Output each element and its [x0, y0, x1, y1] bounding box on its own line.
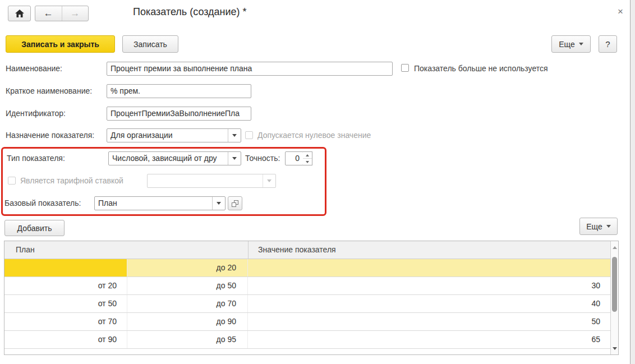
cell-plan-to[interactable]: до 95 — [127, 331, 248, 348]
open-icon — [232, 200, 238, 207]
table-row[interactable]: от 90 до 95 65 — [4, 331, 610, 349]
close-icon: × — [618, 6, 623, 17]
more-button-label: Еще — [559, 40, 575, 49]
window-right-edge — [630, 0, 635, 364]
purpose-select[interactable]: Для организации — [107, 128, 241, 142]
save-button[interactable]: Записать — [122, 35, 178, 53]
home-icon — [15, 10, 24, 17]
purpose-label: Назначение показателя: — [6, 131, 94, 140]
short-name-label: Краткое наименование: — [6, 86, 92, 95]
zero-allowed-checkbox — [245, 131, 253, 139]
tariff-dropdown-icon — [263, 174, 275, 187]
history-nav: ← → — [35, 6, 89, 21]
base-indicator-select[interactable]: План — [94, 196, 226, 210]
help-button[interactable]: ? — [599, 35, 617, 53]
cell-plan-to[interactable]: до 90 — [127, 313, 248, 330]
column-header-plan[interactable]: План — [16, 241, 35, 259]
base-dropdown-icon[interactable] — [212, 197, 225, 210]
cell-plan-to[interactable]: до 70 — [127, 295, 248, 312]
cell-plan-from[interactable]: от 70 — [4, 313, 127, 330]
more-button-table[interactable]: Еще — [579, 218, 618, 235]
type-label: Тип показателя: — [7, 154, 65, 163]
base-indicator-label: Базовый показатель: — [4, 199, 81, 208]
scroll-up-icon[interactable] — [611, 243, 618, 251]
cell-value[interactable] — [248, 259, 610, 277]
stepper-down-icon[interactable] — [303, 158, 312, 165]
type-select[interactable]: Числовой, зависящий от дру — [108, 151, 241, 165]
cell-plan-from[interactable]: от 90 — [4, 331, 127, 348]
precision-label: Точность: — [245, 154, 280, 163]
save-and-close-button[interactable]: Записать и закрыть — [6, 35, 115, 53]
type-value: Числовой, зависящий от дру — [109, 152, 228, 165]
identifier-input[interactable]: ПроцентПремииЗаВыполнениеПла — [107, 107, 251, 121]
scrollbar-thumb[interactable] — [612, 257, 617, 312]
table-row[interactable]: от 70 до 90 50 — [4, 313, 610, 331]
purpose-value: Для организации — [107, 129, 228, 142]
close-button[interactable]: × — [614, 5, 627, 19]
column-divider — [248, 241, 249, 259]
page-title: Показатель (создание) * — [133, 6, 247, 18]
name-input[interactable]: Процент премии за выполнение плана — [107, 62, 393, 76]
home-button[interactable] — [8, 6, 31, 21]
precision-input[interactable]: 0 — [285, 151, 303, 165]
not-used-checkbox[interactable] — [401, 64, 409, 72]
not-used-label[interactable]: Показатель больше не используется — [414, 64, 548, 73]
forward-icon: → — [70, 8, 80, 19]
name-label: Наименование: — [6, 64, 62, 73]
base-indicator-value: План — [95, 197, 212, 210]
precision-stepper — [303, 151, 312, 165]
cell-plan-to[interactable]: до 20 — [127, 259, 248, 277]
base-open-button[interactable] — [228, 196, 242, 210]
forward-button[interactable]: → — [62, 6, 89, 21]
type-dropdown-icon[interactable] — [228, 152, 241, 165]
cell-plan-from[interactable] — [4, 259, 127, 277]
table-header: План Значение показателя — [4, 241, 610, 259]
chevron-down-icon — [579, 43, 583, 45]
table-row[interactable]: от 20 до 50 30 — [4, 277, 610, 295]
stepper-up-icon[interactable] — [303, 152, 312, 158]
cell-plan-from[interactable]: от 50 — [4, 295, 127, 312]
cell-plan-to[interactable]: до 50 — [127, 277, 248, 294]
chevron-down-icon — [606, 225, 611, 228]
tariff-checkbox — [8, 177, 16, 185]
table-row[interactable]: до 20 — [4, 259, 610, 277]
short-name-input[interactable]: % прем. — [107, 84, 251, 98]
cell-value[interactable]: 65 — [248, 331, 610, 348]
plan-value-table: План Значение показателя до 20 от 20 до … — [4, 241, 619, 355]
purpose-dropdown-icon[interactable] — [228, 129, 241, 142]
table-row[interactable]: от 50 до 70 40 — [4, 295, 610, 313]
back-button[interactable]: ← — [35, 6, 62, 21]
more-table-label: Еще — [586, 222, 602, 231]
cell-value[interactable]: 30 — [248, 277, 610, 294]
scroll-down-icon[interactable] — [611, 344, 618, 352]
tariff-select — [147, 174, 276, 188]
tariff-label: Является тарифной ставкой — [20, 176, 123, 185]
back-icon: ← — [44, 8, 53, 19]
more-button-top[interactable]: Еще — [551, 35, 591, 53]
identifier-label: Идентификатор: — [6, 109, 66, 118]
table-scrollbar[interactable] — [610, 241, 618, 354]
zero-allowed-label: Допускается нулевое значение — [257, 131, 371, 140]
cell-plan-from[interactable]: от 20 — [4, 277, 127, 294]
cell-value[interactable]: 50 — [248, 313, 610, 330]
add-row-button[interactable]: Добавить — [4, 220, 65, 236]
cell-value[interactable]: 40 — [248, 295, 610, 312]
column-header-value[interactable]: Значение показателя — [258, 241, 336, 259]
